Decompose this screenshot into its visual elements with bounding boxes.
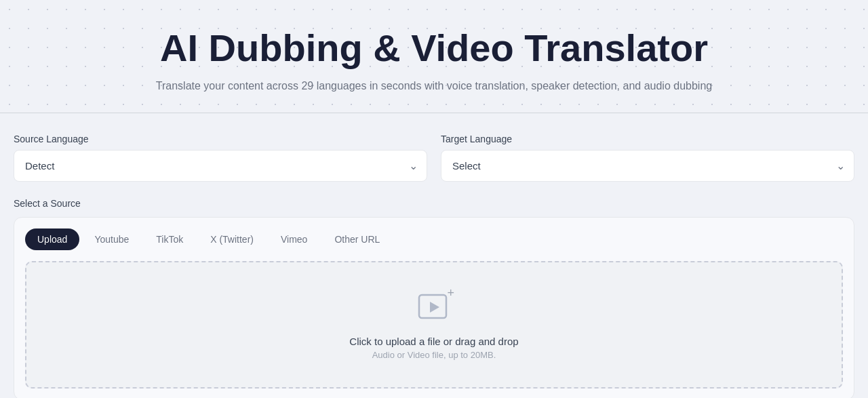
target-language-select[interactable]: Select English Spanish French German Chi… xyxy=(441,150,854,182)
source-language-group: Source Language Detect English Spanish F… xyxy=(14,134,427,182)
source-language-select-wrapper: Detect English Spanish French German Chi… xyxy=(14,150,427,182)
tab-vimeo[interactable]: Vimeo xyxy=(269,228,319,250)
tab-tiktok[interactable]: TikTok xyxy=(144,228,195,250)
tab-twitter[interactable]: X (Twitter) xyxy=(198,228,266,250)
source-section: Select a Source Upload Youtube TikTok X … xyxy=(14,198,854,398)
tab-youtube[interactable]: Youtube xyxy=(82,228,141,250)
tabs-row: Upload Youtube TikTok X (Twitter) Vimeo … xyxy=(25,228,843,250)
hero-section: AI Dubbing & Video Translator Translate … xyxy=(0,0,868,113)
page-title: AI Dubbing & Video Translator xyxy=(14,27,854,69)
target-language-select-wrapper: Select English Spanish French German Chi… xyxy=(441,150,854,182)
upload-icon-wrapper: + xyxy=(416,290,452,327)
target-language-label: Target Language xyxy=(441,134,854,144)
main-content: Source Language Detect English Spanish F… xyxy=(0,113,868,398)
source-language-label: Source Language xyxy=(14,134,427,144)
source-card: Upload Youtube TikTok X (Twitter) Vimeo … xyxy=(14,217,854,398)
upload-plus-icon: + xyxy=(447,287,454,299)
tab-upload[interactable]: Upload xyxy=(25,228,79,250)
upload-video-icon xyxy=(416,290,452,325)
language-row: Source Language Detect English Spanish F… xyxy=(14,134,854,182)
target-language-group: Target Language Select English Spanish F… xyxy=(441,134,854,182)
source-language-select[interactable]: Detect English Spanish French German Chi… xyxy=(14,150,427,182)
upload-sub-text: Audio or Video file, up to 20MB. xyxy=(372,350,496,360)
upload-area[interactable]: + Click to upload a file or drag and dro… xyxy=(25,261,843,389)
svg-marker-1 xyxy=(430,302,439,313)
source-section-label: Select a Source xyxy=(14,198,854,209)
tab-other-url[interactable]: Other URL xyxy=(322,228,392,250)
upload-main-text: Click to upload a file or drag and drop xyxy=(349,336,518,347)
hero-subtitle: Translate your content across 29 languag… xyxy=(14,80,854,92)
